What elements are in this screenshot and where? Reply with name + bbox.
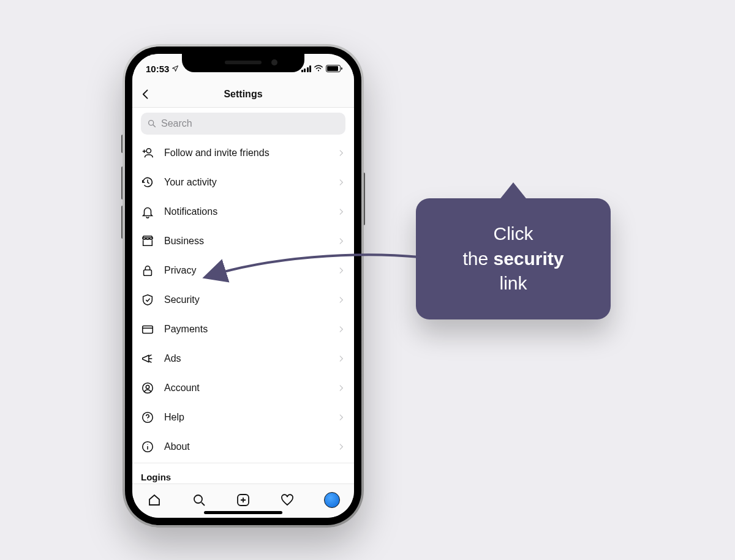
svg-rect-6 bbox=[144, 270, 152, 275]
info-circle-icon bbox=[141, 440, 154, 454]
settings-row-business[interactable]: Business bbox=[132, 226, 354, 256]
user-circle-icon bbox=[141, 381, 154, 395]
svg-point-1 bbox=[149, 121, 154, 125]
svg-rect-7 bbox=[143, 326, 153, 334]
svg-point-12 bbox=[147, 420, 148, 420]
home-indicator[interactable] bbox=[204, 511, 282, 514]
svg-point-10 bbox=[146, 385, 149, 389]
chevron-right-icon bbox=[337, 384, 345, 392]
svg-line-2 bbox=[153, 125, 155, 127]
chevron-right-icon bbox=[337, 296, 345, 304]
row-label: Follow and invite friends bbox=[164, 147, 337, 159]
row-label: Payments bbox=[164, 324, 337, 335]
settings-row-follow-invite[interactable]: Follow and invite friends bbox=[132, 138, 354, 168]
svg-point-15 bbox=[147, 444, 148, 445]
chevron-right-icon bbox=[337, 207, 345, 216]
row-label: Help bbox=[164, 412, 337, 423]
settings-row-privacy[interactable]: Privacy bbox=[132, 256, 354, 285]
svg-point-16 bbox=[194, 495, 202, 503]
callout-text: Click the security link bbox=[462, 222, 564, 296]
location-icon bbox=[172, 65, 179, 72]
row-label: Ads bbox=[164, 353, 337, 364]
profile-avatar-icon bbox=[324, 492, 340, 508]
row-label: About bbox=[164, 441, 337, 452]
svg-point-3 bbox=[146, 149, 151, 153]
row-label: Your activity bbox=[164, 177, 337, 188]
chevron-right-icon bbox=[337, 178, 345, 187]
chevron-right-icon bbox=[337, 354, 345, 363]
callout-pointer-icon bbox=[499, 182, 528, 201]
callout-line-2-pre: the bbox=[462, 248, 493, 269]
row-label: Notifications bbox=[164, 206, 337, 217]
bell-icon bbox=[141, 205, 154, 218]
instruction-callout: Click the security link bbox=[416, 198, 611, 319]
help-circle-icon bbox=[141, 411, 154, 424]
lock-icon bbox=[141, 264, 154, 277]
back-button[interactable] bbox=[140, 88, 152, 100]
page-title: Settings bbox=[224, 89, 262, 100]
clock-activity-icon bbox=[141, 176, 154, 189]
status-time: 10:53 bbox=[146, 64, 169, 74]
settings-row-account[interactable]: Account bbox=[132, 373, 354, 403]
shield-check-icon bbox=[141, 293, 154, 307]
settings-row-activity[interactable]: Your activity bbox=[132, 168, 354, 197]
settings-row-about[interactable]: About bbox=[132, 432, 354, 461]
search-placeholder: Search bbox=[161, 118, 192, 129]
settings-row-payments[interactable]: Payments bbox=[132, 315, 354, 344]
logins-heading: Logins bbox=[132, 463, 354, 483]
search-icon bbox=[147, 119, 157, 129]
store-icon bbox=[141, 234, 154, 248]
svg-line-17 bbox=[202, 502, 205, 506]
nav-header: Settings bbox=[132, 81, 354, 108]
row-label: Business bbox=[164, 236, 337, 247]
row-label: Account bbox=[164, 383, 337, 394]
row-label: Privacy bbox=[164, 265, 337, 276]
settings-row-notifications[interactable]: Notifications bbox=[132, 197, 354, 226]
chevron-right-icon bbox=[337, 442, 345, 451]
callout-line-2-bold: security bbox=[493, 248, 564, 269]
chevron-right-icon bbox=[337, 237, 345, 245]
add-user-icon bbox=[141, 146, 154, 160]
phone-notch bbox=[182, 54, 304, 72]
phone-mockup: 10:53 Settings bbox=[123, 44, 364, 528]
megaphone-icon bbox=[141, 352, 154, 365]
settings-row-ads[interactable]: Ads bbox=[132, 344, 354, 373]
chevron-right-icon bbox=[337, 325, 345, 334]
row-label: Security bbox=[164, 294, 337, 305]
settings-row-help[interactable]: Help bbox=[132, 403, 354, 432]
search-input[interactable]: Search bbox=[141, 113, 345, 135]
callout-line-3: link bbox=[499, 273, 527, 293]
battery-icon bbox=[326, 65, 341, 72]
tab-home[interactable] bbox=[146, 492, 162, 508]
settings-content: Search Follow and invite friends Your ac… bbox=[132, 108, 354, 483]
wifi-icon bbox=[314, 65, 323, 72]
tab-create[interactable] bbox=[235, 492, 251, 508]
callout-line-1: Click bbox=[494, 223, 533, 244]
settings-row-security[interactable]: Security bbox=[132, 285, 354, 315]
svg-point-0 bbox=[318, 70, 319, 71]
tab-search[interactable] bbox=[191, 492, 207, 508]
tab-profile[interactable] bbox=[324, 492, 340, 508]
credit-card-icon bbox=[141, 323, 154, 336]
chevron-right-icon bbox=[337, 149, 345, 157]
chevron-right-icon bbox=[337, 413, 345, 422]
tab-activity[interactable] bbox=[279, 492, 295, 508]
chevron-right-icon bbox=[337, 266, 345, 275]
